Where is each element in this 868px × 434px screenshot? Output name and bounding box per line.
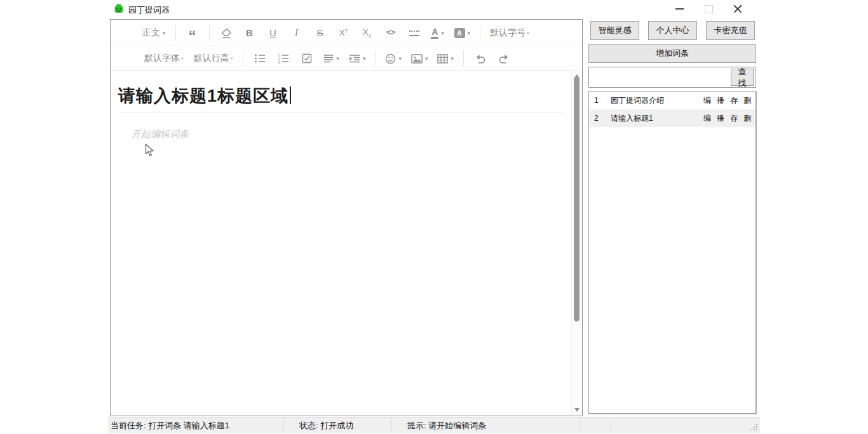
chevron-down-icon: ▾ xyxy=(398,55,402,62)
scroll-down-icon[interactable] xyxy=(574,408,580,412)
strikethrough-icon: S xyxy=(317,27,323,38)
sidebar: 智能灵感 个人中心 卡密充值 增加词条 查找 1 园丁提词器介绍 编 播 存 删… xyxy=(588,19,757,416)
save-action[interactable]: 存 xyxy=(730,113,738,124)
chevron-down-icon: ▾ xyxy=(425,55,428,62)
background-color-icon: A xyxy=(454,28,465,38)
resize-grip[interactable] xyxy=(756,429,757,430)
ordered-list-icon: 123 xyxy=(278,53,289,64)
entry-title: 请输入标题1 xyxy=(607,113,703,124)
entry-actions: 编 播 存 删 xyxy=(703,95,756,106)
indent-icon xyxy=(349,54,360,63)
app-window: 园丁提词器 正文 ▾ “ xyxy=(108,0,760,434)
status-empty-segment xyxy=(580,417,611,433)
redo-icon xyxy=(498,53,510,64)
delete-action[interactable]: 删 xyxy=(743,113,751,124)
horizontal-rule-icon xyxy=(409,29,419,36)
document-title[interactable]: 请输入标题1标题区域 xyxy=(118,85,565,107)
subscript-button[interactable]: X2 xyxy=(360,25,374,41)
underline-icon: U xyxy=(269,27,276,38)
clear-format-button[interactable] xyxy=(219,25,233,41)
image-dropdown[interactable]: ▾ xyxy=(411,50,428,67)
italic-button[interactable]: I xyxy=(290,25,304,41)
bullet-list-button[interactable] xyxy=(253,50,267,67)
status-empty-segment xyxy=(611,417,760,433)
add-entry-button[interactable]: 增加词条 xyxy=(588,44,756,63)
toolbar-row-1: 正文 ▾ “ B U I S X2 X2 <> xyxy=(111,20,582,46)
play-action[interactable]: 播 xyxy=(717,95,724,106)
toolbar-separator xyxy=(480,25,480,41)
blockquote-icon: “ xyxy=(189,33,196,39)
entry-index: 2 xyxy=(589,114,607,123)
emoji-icon xyxy=(385,53,396,64)
align-icon xyxy=(323,54,334,63)
chevron-down-icon: ▾ xyxy=(336,55,339,62)
image-icon xyxy=(411,54,423,64)
ordered-list-button[interactable]: 123 xyxy=(276,50,290,67)
status-bar: 当前任务: 打开词条 请输入标题1 状态: 打开成功 提示: 请开始编辑词条 xyxy=(108,417,760,433)
minimize-button[interactable] xyxy=(665,1,694,17)
card-recharge-button[interactable]: 卡密充值 xyxy=(706,21,755,40)
toolbar-separator xyxy=(243,50,243,67)
minimize-icon xyxy=(675,8,684,10)
edit-action[interactable]: 编 xyxy=(703,95,711,106)
entry-list: 1 园丁提词器介绍 编 播 存 删 2 请输入标题1 编 播 存 删 xyxy=(588,91,756,414)
undo-button[interactable] xyxy=(473,50,487,67)
editor-toolbar: 正文 ▾ “ B U I S X2 X2 <> xyxy=(111,20,582,71)
emoji-dropdown[interactable]: ▾ xyxy=(385,50,402,67)
save-action[interactable]: 存 xyxy=(730,95,738,106)
font-family-dropdown[interactable]: 默认字体 · xyxy=(144,50,184,67)
smart-inspiration-button[interactable]: 智能灵感 xyxy=(590,21,639,40)
sidebar-top-buttons: 智能灵感 个人中心 卡密充值 xyxy=(590,21,755,40)
chevron-down-icon: ▾ xyxy=(441,30,444,36)
font-color-icon: A xyxy=(431,27,438,39)
status-current-task: 当前任务: 打开词条 请输入标题1 xyxy=(108,417,284,433)
horizontal-rule-button[interactable] xyxy=(407,25,421,41)
maximize-button[interactable] xyxy=(694,1,723,17)
bold-icon: B xyxy=(246,27,253,38)
title-divider xyxy=(118,112,565,112)
find-button[interactable]: 查找 xyxy=(731,69,754,86)
editor-content-area[interactable]: 请输入标题1标题区域 开始编辑词条 xyxy=(111,71,571,416)
entry-row-2[interactable]: 2 请输入标题1 编 播 存 删 xyxy=(589,109,756,127)
toolbar-separator xyxy=(209,25,210,41)
edit-action[interactable]: 编 xyxy=(703,113,711,124)
strikethrough-button[interactable]: S xyxy=(313,25,327,41)
align-dropdown[interactable]: ▾ xyxy=(323,50,339,67)
bullet-list-icon xyxy=(254,53,266,64)
background-color-dropdown[interactable]: A ▾ xyxy=(454,25,471,41)
search-input[interactable] xyxy=(589,67,728,87)
redo-button[interactable] xyxy=(497,50,511,67)
toolbar-separator xyxy=(175,25,176,41)
indent-dropdown[interactable]: ▾ xyxy=(349,50,366,67)
app-logo-icon xyxy=(114,4,124,14)
toolbar-separator xyxy=(375,50,376,67)
font-size-dropdown[interactable]: 默认字号 · xyxy=(490,25,530,41)
bold-button[interactable]: B xyxy=(243,25,257,41)
toolbar-separator xyxy=(463,50,464,67)
personal-center-button[interactable]: 个人中心 xyxy=(648,21,697,40)
scrollbar-thumb[interactable] xyxy=(574,76,580,322)
blockquote-button[interactable]: “ xyxy=(186,22,200,44)
chevron-down-icon: ▾ xyxy=(468,30,471,36)
play-action[interactable]: 播 xyxy=(717,113,724,124)
dropdown-dot-icon: · xyxy=(231,53,234,64)
entry-index: 1 xyxy=(589,96,607,105)
underline-button[interactable]: U xyxy=(266,25,280,41)
superscript-button[interactable]: X2 xyxy=(337,25,351,41)
chevron-down-icon: ▾ xyxy=(163,30,166,36)
entry-row-1[interactable]: 1 园丁提词器介绍 编 播 存 删 xyxy=(589,92,756,109)
line-height-dropdown[interactable]: 默认行高 · xyxy=(194,50,234,67)
entry-actions: 编 播 存 删 xyxy=(703,113,756,124)
text-cursor xyxy=(290,86,291,104)
editor-scrollbar[interactable] xyxy=(571,71,582,415)
font-color-dropdown[interactable]: A ▾ xyxy=(431,25,445,41)
undo-icon xyxy=(475,53,486,64)
delete-action[interactable]: 删 xyxy=(743,95,751,106)
close-button[interactable] xyxy=(723,1,752,17)
close-icon xyxy=(733,4,742,13)
code-button[interactable]: <> xyxy=(384,25,398,41)
italic-icon: I xyxy=(295,27,298,38)
paragraph-style-dropdown[interactable]: 正文 ▾ xyxy=(142,25,166,41)
task-list-button[interactable] xyxy=(300,50,314,67)
table-dropdown[interactable]: ▾ xyxy=(437,50,454,67)
